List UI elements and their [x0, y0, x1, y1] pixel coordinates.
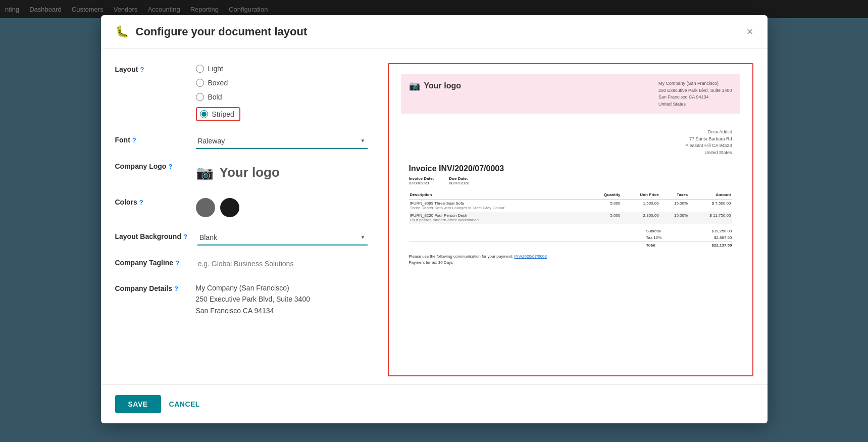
save-button[interactable]: SAVE	[115, 395, 161, 413]
tax-label: Tax 15%	[646, 235, 687, 240]
camera-icon: 📷	[196, 164, 214, 181]
row1-taxes: 15.00%	[660, 200, 689, 212]
logo-text: Your logo	[220, 165, 280, 180]
font-control: Raleway Roboto Open Sans Lato	[196, 134, 368, 149]
invoice-preview-content: 📷 Your logo My Company (San Francisco) 2…	[389, 64, 752, 375]
inv-line-items-table: Description Quantity Unit Price Taxes Am…	[409, 190, 732, 224]
modal-header: 🐛 Configure your document layout ×	[101, 15, 768, 49]
subtotal-value: $19,250.00	[697, 229, 732, 233]
inv-camera-icon: 📷	[409, 80, 420, 91]
modal-header-icon: 🐛	[115, 25, 129, 38]
subtotal-label: Subtotal	[646, 229, 687, 233]
layout-help-icon[interactable]: ?	[140, 66, 144, 73]
inv-due-label: Due Date:	[449, 176, 469, 181]
font-dropdown-wrapper: Raleway Roboto Open Sans Lato	[196, 134, 368, 149]
modal-title: Configure your document layout	[136, 25, 740, 38]
layout-radio-bold[interactable]	[196, 93, 204, 101]
layout-radio-boxed[interactable]	[196, 79, 204, 87]
inv-company-addr: My Company (San Francisco) 250 Executive…	[658, 80, 732, 108]
row2-desc: IFURN_8220 Four Person Desk Four person …	[409, 212, 588, 224]
inv-payment-ref: Please use the following communication f…	[409, 254, 732, 260]
modal-body: Layout ? Light Boxed	[101, 49, 768, 376]
logo-area[interactable]: 📷 Your logo	[196, 160, 368, 185]
layout-option-light[interactable]: Light	[196, 63, 368, 74]
total-row: Total $22,137.50	[409, 241, 732, 249]
inv-logo-area: 📷 Your logo	[409, 80, 461, 91]
tax-row: Tax 15% $2,887.50	[409, 234, 732, 241]
layout-bg-dropdown-wrapper: Blank Plain Custom	[197, 230, 368, 245]
modal-footer: SAVE CANCEL	[101, 384, 768, 423]
col-amount: Amount	[689, 190, 732, 200]
row2-unit-price: 2,350.00	[621, 212, 659, 224]
company-details-text: My Company (San Francisco) 250 Executive…	[196, 282, 368, 316]
font-label: Font ?	[115, 134, 186, 144]
tagline-control	[196, 257, 368, 271]
row2-qty: 5.000	[587, 212, 621, 224]
company-tagline-label: Company Tagline ?	[115, 257, 186, 267]
company-logo-label: Company Logo ?	[115, 160, 186, 170]
layout-options: Light Boxed Bold	[196, 63, 368, 123]
company-details-row: Company Details ? My Company (San Franci…	[115, 282, 368, 316]
logo-control: 📷 Your logo	[196, 160, 368, 185]
color-swatch-2[interactable]	[220, 198, 239, 217]
font-help-icon[interactable]: ?	[132, 136, 136, 144]
row2-amount: $ 11,750.00	[689, 212, 732, 224]
inv-recipient-addr: Deco Addict 77 Santa Barbara Rd Pleasant…	[401, 129, 732, 156]
col-unit-price: Unit Price	[621, 190, 659, 200]
layout-option-striped[interactable]: Striped	[196, 106, 368, 123]
row2-taxes: 15.00%	[660, 212, 689, 224]
layout-striped-label: Striped	[212, 110, 234, 118]
layout-bg-help-icon[interactable]: ?	[183, 233, 187, 240]
inv-header: 📷 Your logo My Company (San Francisco) 2…	[401, 74, 740, 114]
inv-date-label: Invoice Date:	[409, 176, 434, 181]
company-details-label: Company Details ?	[115, 282, 186, 292]
row1-unit-price: 1,500.00	[621, 200, 659, 212]
layout-background-row: Layout Background ? Blank Plain Custom	[115, 230, 368, 245]
close-button[interactable]: ×	[747, 26, 753, 37]
inv-footer: Please use the following communication f…	[409, 254, 732, 266]
company-details-help-icon[interactable]: ?	[174, 285, 178, 292]
subtotal-row: Subtotal $19,250.00	[409, 228, 732, 234]
layout-radio-striped[interactable]	[200, 110, 208, 118]
layout-background-label: Layout Background ?	[115, 230, 187, 240]
col-description: Description	[409, 190, 588, 200]
company-tagline-input[interactable]	[196, 257, 368, 271]
company-logo-help-icon[interactable]: ?	[168, 163, 172, 170]
company-tagline-row: Company Tagline ?	[115, 257, 368, 271]
inv-logo-text: Your logo	[424, 81, 461, 90]
tax-value: $2,887.50	[697, 235, 732, 240]
font-row: Font ? Raleway Roboto Open Sans Lato	[115, 134, 368, 149]
layout-label: Layout ?	[115, 63, 186, 73]
layout-option-bold[interactable]: Bold	[196, 91, 368, 103]
inv-dates: Invoice Date: 07/08/2020 Due Date: 08/07…	[409, 176, 732, 185]
configure-layout-modal: 🐛 Configure your document layout × Layou…	[101, 15, 768, 423]
colors-label: Colors ?	[115, 196, 186, 206]
modal-overlay: 🐛 Configure your document layout × Layou…	[0, 0, 868, 442]
layout-option-boxed[interactable]: Boxed	[196, 77, 368, 88]
colors-control	[196, 196, 368, 219]
inv-payment-terms: Payment terms: 30 Days	[409, 260, 732, 266]
company-logo-row: Company Logo ? 📷 Your logo	[115, 160, 368, 185]
total-value: $22,137.50	[697, 243, 732, 248]
colors-help-icon[interactable]: ?	[139, 199, 143, 206]
colors-swatches	[196, 196, 368, 219]
row1-amount: $ 7,500.00	[689, 200, 732, 212]
inv-due-date: 08/07/2020	[449, 181, 469, 185]
row1-desc: IFURN_8099 Three-Seat Sofa Three Seater …	[409, 200, 588, 212]
total-label: Total	[646, 243, 687, 248]
table-row: IFURN_8220 Four Person Desk Four person …	[409, 212, 732, 224]
col-quantity: Quantity	[587, 190, 621, 200]
inv-payment-link: INV/2020/07/0003	[515, 254, 547, 259]
layout-bg-select[interactable]: Blank Plain Custom	[197, 230, 368, 245]
cancel-button[interactable]: CANCEL	[169, 400, 200, 408]
color-swatch-1[interactable]	[196, 198, 215, 217]
layout-row: Layout ? Light Boxed	[115, 63, 368, 123]
layout-bg-control: Blank Plain Custom	[197, 230, 368, 245]
company-tagline-help-icon[interactable]: ?	[175, 259, 179, 267]
layout-radio-light[interactable]	[196, 65, 204, 73]
font-select[interactable]: Raleway Roboto Open Sans Lato	[196, 134, 368, 149]
inv-invoice-date: 07/08/2020	[409, 181, 434, 185]
document-preview: 📷 Your logo My Company (San Francisco) 2…	[388, 63, 753, 376]
col-taxes: Taxes	[660, 190, 689, 200]
details-control: My Company (San Francisco) 250 Executive…	[196, 282, 368, 316]
